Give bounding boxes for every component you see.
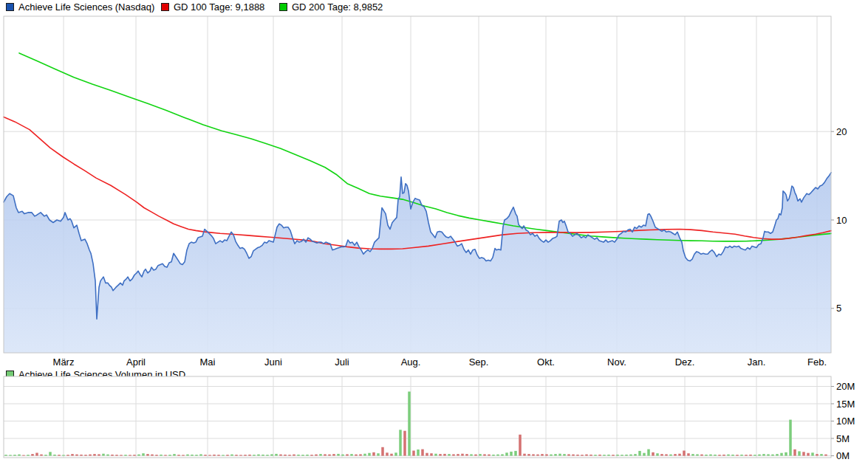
volume-bar (137, 455, 140, 456)
volume-y-tick-label: 10M (836, 416, 855, 427)
volume-bar (510, 452, 513, 456)
volume-bar (731, 455, 734, 456)
volume-y-tick-label: 5M (836, 433, 850, 444)
volume-bar (536, 455, 539, 456)
volume-bar (638, 451, 641, 456)
volume-bar (687, 453, 690, 455)
volume-bar (762, 454, 765, 455)
volume-bar (359, 454, 362, 455)
volume-bar (182, 455, 185, 455)
volume-bar (532, 454, 535, 455)
price-y-tick-label: 5 (836, 303, 841, 314)
volume-bar (66, 455, 69, 455)
volume-bar (164, 455, 167, 455)
volume-bar (514, 451, 517, 456)
volume-bar (722, 455, 725, 456)
volume-bar (350, 454, 353, 455)
volume-bar (505, 452, 508, 455)
volume-bar (4, 455, 7, 455)
volume-bar (58, 455, 61, 455)
volume-bar (558, 454, 561, 456)
volume-bar (567, 454, 570, 455)
volume-bar (328, 455, 331, 456)
volume-bar (683, 451, 686, 456)
volume-bar (793, 450, 796, 456)
volume-bar (474, 455, 477, 456)
volume-bar (660, 454, 663, 455)
volume-bar (310, 455, 313, 455)
volume-bar (408, 392, 411, 456)
volume-bar (102, 454, 105, 456)
volume-bar (496, 455, 499, 456)
volume-bar (75, 455, 78, 456)
volume-bar (315, 455, 318, 456)
volume-bar (798, 451, 801, 455)
volume-bar (324, 454, 327, 455)
volume-bar (452, 454, 455, 455)
volume-bar (129, 455, 131, 455)
volume-bar (550, 455, 553, 456)
volume-bar (71, 454, 74, 455)
volume-bar (492, 455, 495, 456)
volume-bar (35, 453, 38, 456)
volume-bar (727, 455, 730, 456)
volume-bar (457, 454, 459, 455)
volume-bar (155, 455, 158, 455)
volume-bar (275, 454, 278, 456)
volume-bar (168, 455, 171, 455)
month-label: März (53, 356, 75, 368)
volume-bar (306, 455, 309, 456)
volume-bar (204, 455, 207, 455)
volume-bar (22, 455, 25, 456)
volume-bar (824, 455, 827, 456)
volume-bar (186, 455, 189, 456)
volume-bar (13, 455, 16, 455)
volume-y-tick-label: 15M (836, 399, 855, 410)
volume-bar (807, 453, 810, 456)
volume-bar (297, 455, 300, 456)
volume-bar (142, 453, 145, 455)
volume-bar (430, 453, 433, 455)
volume-bar (643, 453, 646, 456)
volume-bar (98, 454, 100, 455)
volume-y-tick-label: 0M (836, 450, 850, 461)
volume-bar (598, 455, 601, 456)
volume-bar (470, 454, 473, 455)
volume-bar (736, 455, 739, 455)
volume-bar (816, 454, 819, 455)
volume-bar (368, 453, 371, 456)
volume-bar (820, 454, 823, 455)
volume-bar (780, 453, 783, 456)
chart-canvas: 2010520M15M10M5M0MMärzAprilMaiJuniJuliAu… (0, 0, 868, 465)
volume-bar (461, 454, 464, 456)
volume-bar (607, 455, 610, 456)
volume-bar (337, 454, 340, 456)
volume-bar (421, 450, 424, 456)
volume-bar (714, 455, 717, 456)
volume-bar (700, 455, 703, 456)
month-label: Nov. (607, 356, 626, 368)
volume-bar (62, 455, 65, 455)
volume-bar (355, 455, 358, 456)
volume-bar (412, 451, 415, 456)
volume-bar (239, 455, 242, 455)
volume-bar (248, 455, 251, 456)
volume-bar (213, 455, 216, 456)
volume-bar (120, 455, 123, 455)
volume-bar (372, 452, 375, 456)
volume-bar (634, 454, 637, 455)
volume-bar (647, 450, 650, 456)
volume-bar (709, 455, 712, 456)
volume-bar (151, 455, 154, 456)
volume-bar (230, 455, 233, 456)
volume-bar (84, 455, 87, 455)
volume-bar (483, 454, 486, 455)
volume-bar (625, 455, 628, 456)
volume-bar (443, 454, 446, 456)
volume-bar (745, 455, 748, 455)
volume-plot-area[interactable] (4, 376, 831, 458)
volume-bar (226, 455, 229, 455)
volume-bar (115, 455, 118, 455)
volume-bar (279, 455, 282, 456)
volume-bar (811, 452, 814, 455)
